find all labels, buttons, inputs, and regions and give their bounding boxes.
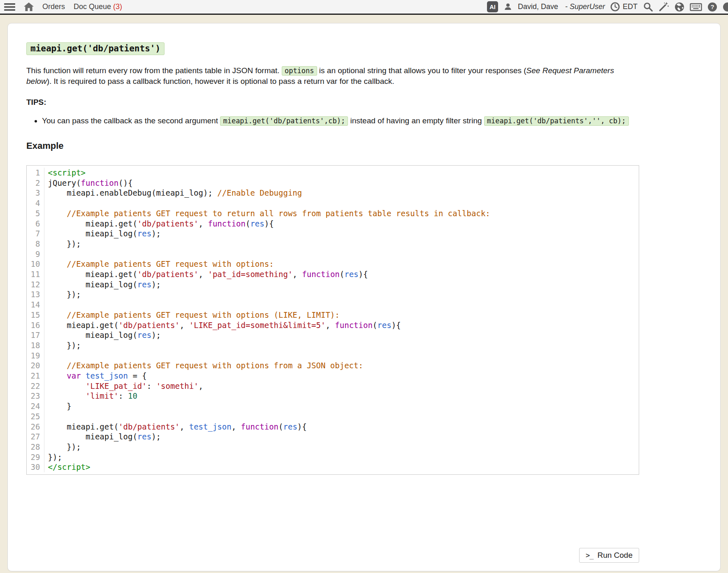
clock-icon[interactable]	[610, 2, 620, 12]
home-icon[interactable]	[24, 2, 34, 12]
code-line: 9	[27, 249, 639, 259]
run-code-button[interactable]: >_ Run Code	[579, 548, 639, 563]
user-icon[interactable]	[503, 2, 512, 12]
line-number: 14	[27, 300, 44, 310]
line-number: 19	[27, 351, 44, 361]
code-line-content: });	[44, 452, 639, 462]
code-line-content: mieapi_log(res);	[44, 229, 639, 239]
code-line: 27 mieapi_log(res);	[27, 432, 639, 442]
line-number: 4	[27, 198, 44, 208]
line-number: 7	[27, 229, 44, 239]
code-line-content: });	[44, 239, 639, 249]
code-line-content: mieapi_log(res);	[44, 280, 639, 290]
line-number: 3	[27, 188, 44, 198]
code-line: 6 mieapi.get('db/patients', function(res…	[27, 219, 639, 229]
inline-code: mieapi.get('db/patients',cb);	[220, 116, 348, 126]
line-number: 23	[27, 391, 44, 401]
code-editor[interactable]: 1<script>2jQuery(function(){3 mieapi.ena…	[26, 165, 639, 475]
tips-list: You can pass the callback as the second …	[26, 114, 639, 127]
page-background: mieapi.get('db/patients') This function …	[0, 15, 728, 571]
code-line-content: 'limit': 10	[44, 391, 639, 401]
nav-orders[interactable]: Orders	[42, 2, 65, 11]
code-line: 3 mieapi.enableDebug(mieapi_log); //Enab…	[27, 188, 639, 198]
code-line: 22 'LIKE_pat_id': 'somethi',	[27, 381, 639, 391]
line-number: 22	[27, 381, 44, 391]
menu-icon[interactable]	[4, 3, 15, 11]
code-line: 13 });	[27, 289, 639, 300]
line-number: 6	[27, 219, 44, 229]
line-number: 8	[27, 239, 44, 249]
code-line: 11 mieapi.get('db/patients', 'pat_id=som…	[27, 269, 639, 280]
line-number: 18	[27, 340, 44, 351]
topbar-left: Orders Doc Queue (3)	[4, 2, 122, 12]
code-line-content	[44, 351, 639, 361]
line-number: 16	[27, 320, 44, 330]
ai-badge[interactable]: AI	[487, 1, 498, 12]
line-number: 21	[27, 371, 44, 381]
magic-wand-icon[interactable]	[658, 2, 669, 12]
code-line: 16 mieapi.get('db/patients', 'LIKE_pat_i…	[27, 320, 639, 330]
code-line-content: <script>	[44, 168, 639, 178]
code-line-content: 'LIKE_pat_id': 'somethi',	[44, 381, 639, 391]
code-line: 14	[27, 300, 639, 310]
code-line-content: });	[44, 340, 639, 351]
run-code-row: >_ Run Code	[26, 548, 639, 563]
code-line-content: //Example patients GET request to return…	[44, 208, 639, 219]
code-line: 5 //Example patients GET request to retu…	[27, 208, 639, 219]
code-line-content	[44, 300, 639, 310]
line-number: 2	[27, 178, 44, 188]
code-line: 1<script>	[27, 168, 639, 178]
terminal-icon: >_	[586, 551, 593, 559]
code-line-content: mieapi_log(res);	[44, 432, 639, 442]
doc-queue-count: (3)	[113, 2, 122, 11]
globe-icon[interactable]	[675, 2, 684, 12]
code-line: 2jQuery(function(){	[27, 178, 639, 188]
line-number: 25	[27, 411, 44, 422]
run-code-label: Run Code	[597, 551, 633, 560]
line-number: 30	[27, 462, 44, 472]
user-role: - SuperUser	[565, 2, 605, 11]
tips-heading: TIPS:	[26, 98, 639, 107]
code-line: 28 });	[27, 442, 639, 452]
code-line: 10 //Example patients GET request with o…	[27, 259, 639, 269]
svg-text:?: ?	[710, 3, 714, 10]
code-line: 19	[27, 351, 639, 361]
user-name[interactable]: David, Dave	[518, 2, 558, 11]
code-line-content: mieapi.get('db/patients', 'pat_id=someth…	[44, 269, 639, 280]
code-line: 4	[27, 198, 639, 208]
line-number: 26	[27, 422, 44, 432]
code-line-content: });	[44, 289, 639, 300]
example-heading: Example	[26, 141, 639, 151]
code-line-content	[44, 411, 639, 422]
code-line: 21 var test_json = {	[27, 371, 639, 381]
line-number: 27	[27, 432, 44, 442]
code-line: 26 mieapi.get('db/patients', test_json, …	[27, 422, 639, 432]
line-number: 17	[27, 330, 44, 340]
keyboard-icon[interactable]	[690, 2, 702, 12]
code-line: 15 //Example patients GET request with o…	[27, 310, 639, 320]
inline-code: options	[282, 66, 317, 76]
line-number: 1	[27, 168, 44, 178]
inline-code: mieapi.get('db/patients','', cb);	[484, 116, 629, 126]
code-line-content: var test_json = {	[44, 371, 639, 381]
line-number: 29	[27, 452, 44, 462]
doc-queue-label: Doc Queue	[74, 2, 111, 11]
line-number: 11	[27, 269, 44, 280]
code-line: 17 mieapi_log(res);	[27, 330, 639, 340]
code-line-content: });	[44, 442, 639, 452]
search-icon[interactable]	[643, 2, 653, 12]
code-line-content: //Example patients GET request with opti…	[44, 310, 639, 320]
help-icon[interactable]: ?	[707, 2, 717, 12]
intro-paragraph: This function will return every row from…	[26, 65, 639, 87]
line-number: 15	[27, 310, 44, 320]
nav-doc-queue[interactable]: Doc Queue (3)	[74, 2, 122, 11]
cropped-icon[interactable]	[723, 2, 728, 12]
line-number: 20	[27, 360, 44, 371]
code-line-content	[44, 249, 639, 259]
code-line-content: mieapi.get('db/patients', function(res){	[44, 219, 639, 229]
line-number: 12	[27, 280, 44, 290]
line-number: 28	[27, 442, 44, 452]
emphasis-text: See Request Parameters below	[26, 66, 614, 85]
code-line-content: //Example patients GET request with opti…	[44, 360, 639, 371]
code-line-content	[44, 198, 639, 208]
